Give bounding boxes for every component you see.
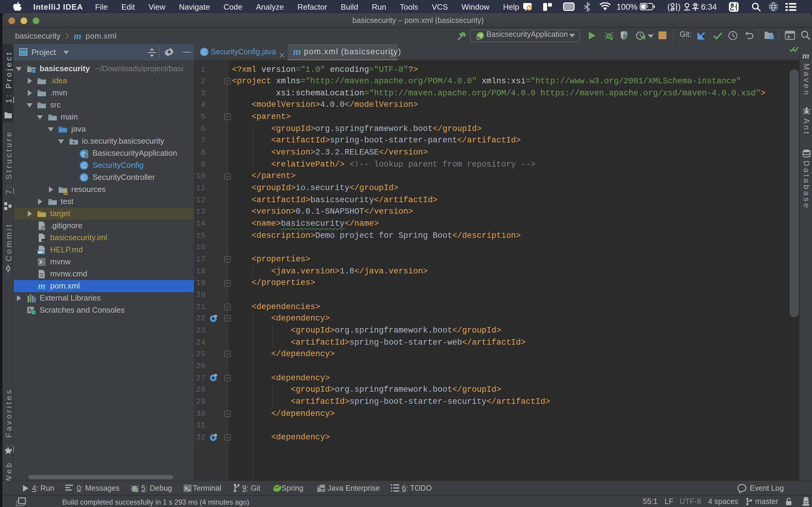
svg-text:EE: EE	[320, 488, 324, 491]
svg-text:C: C	[82, 162, 86, 168]
svg-text:C: C	[82, 174, 86, 180]
svg-text:N: N	[528, 5, 531, 10]
svg-text:C: C	[202, 49, 206, 55]
svg-text:MD: MD	[38, 250, 43, 254]
